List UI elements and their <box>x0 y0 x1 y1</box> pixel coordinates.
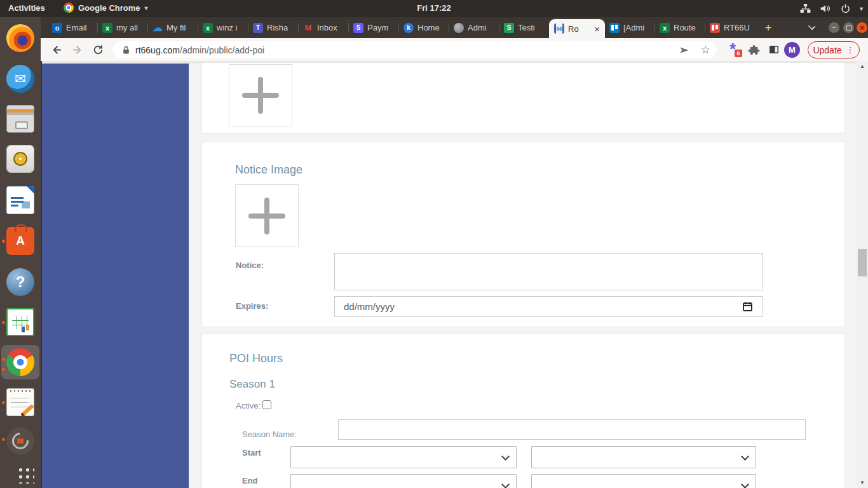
start-select-b[interactable] <box>531 446 756 468</box>
window-dot <box>2 368 5 371</box>
s-app-icon <box>353 23 363 33</box>
browser-toolbar: rt66ug.com/admin/public/add-poi ☆ *6 M U… <box>41 38 868 62</box>
gmail-icon <box>303 23 313 33</box>
notice-textarea[interactable] <box>334 253 763 290</box>
tab-label: Ro <box>568 24 579 34</box>
extensions-puzzle-icon[interactable] <box>746 42 761 57</box>
poi-image-upload-button[interactable] <box>229 64 292 126</box>
thunderbird-icon[interactable]: ✉ <box>6 65 34 93</box>
season-name-label: Season Name: <box>242 430 297 439</box>
google-chrome-icon[interactable] <box>6 348 34 376</box>
power-icon[interactable] <box>840 3 851 14</box>
tab-label: my all <box>116 23 138 32</box>
tab-testing[interactable]: Testi <box>499 17 549 38</box>
reload-button[interactable] <box>90 42 105 57</box>
admin-sidebar <box>42 64 189 488</box>
tab-route66-active[interactable]: Ro× <box>549 19 605 38</box>
bookmark-star-icon[interactable]: ☆ <box>701 44 710 55</box>
tab-route-sheet[interactable]: Route <box>655 17 705 38</box>
software-updater-icon[interactable] <box>6 427 34 455</box>
notice-label: Notice: <box>236 261 264 270</box>
help-icon[interactable]: ? <box>6 268 34 296</box>
expires-date-input[interactable] <box>334 296 763 317</box>
file-archiver-icon[interactable] <box>6 105 34 133</box>
notification-dot <box>2 438 5 441</box>
poi-hours-card: POI Hours Season 1 Active: Season Name: … <box>201 334 845 488</box>
notice-image-upload-button[interactable] <box>235 184 299 247</box>
page-scrollbar[interactable]: ▲ ▼ <box>857 61 868 488</box>
tab-label: Testi <box>518 23 535 32</box>
forward-button[interactable] <box>69 42 85 57</box>
tab-label: Paym <box>367 23 388 32</box>
tab-label: Admi <box>468 23 487 32</box>
tab-search-chevron-icon[interactable] <box>808 23 815 29</box>
ubuntu-software-icon[interactable]: A <box>6 227 34 255</box>
tab-my-files[interactable]: My fil <box>148 17 198 38</box>
teams-icon <box>253 23 263 33</box>
extension-icon[interactable]: *6 <box>726 42 740 56</box>
scrollbar-thumb[interactable] <box>858 249 867 276</box>
poi-image-card <box>201 62 845 133</box>
chevron-down-icon[interactable]: ▾ <box>860 5 863 12</box>
network-icon[interactable] <box>800 3 811 14</box>
tab-winz[interactable]: winz i <box>198 17 248 38</box>
browser-tabstrip: Email my all My fil winz i Risha Inbox P… <box>41 17 868 38</box>
text-editor-icon[interactable] <box>6 388 34 416</box>
back-button[interactable] <box>49 42 64 57</box>
tab-email[interactable]: Email <box>48 17 97 38</box>
url-path: /admin/public/add-poi <box>180 45 264 55</box>
rhythmbox-icon[interactable] <box>6 145 34 173</box>
tab-label: [Admi <box>623 23 644 32</box>
tab-admin-trello[interactable]: [Admi <box>605 17 654 38</box>
start-time-field <box>290 446 517 468</box>
profile-avatar[interactable]: M <box>784 42 800 58</box>
tab-payments[interactable]: Paym <box>349 17 398 38</box>
tab-risha[interactable]: Risha <box>248 17 298 38</box>
end-select-b[interactable] <box>531 474 756 488</box>
tab-rt66[interactable]: RT66U <box>705 17 755 38</box>
close-tab-icon[interactable]: × <box>594 24 600 34</box>
tab-label: Risha <box>267 23 288 32</box>
active-checkbox[interactable] <box>262 400 271 409</box>
libreoffice-impress-icon[interactable] <box>6 186 34 214</box>
notification-dot <box>2 401 5 404</box>
plus-icon <box>242 77 279 114</box>
s-app-icon <box>504 23 514 33</box>
calendar-icon[interactable] <box>742 301 753 312</box>
browser-menu-dots-icon[interactable]: ⋮ <box>846 45 855 55</box>
maximize-button[interactable] <box>843 22 854 33</box>
send-icon[interactable] <box>678 44 691 57</box>
address-bar[interactable]: rt66ug.com/admin/public/add-poi ☆ <box>113 41 717 58</box>
tab-my-all[interactable]: my all <box>98 17 147 38</box>
volume-icon[interactable] <box>820 3 831 14</box>
route66-shield-icon <box>554 24 564 34</box>
outlook-icon <box>52 23 62 33</box>
tab-label: My fil <box>166 23 186 32</box>
end-select-a[interactable] <box>290 474 517 488</box>
notification-dot <box>2 240 5 243</box>
tab-home[interactable]: Home <box>399 17 449 38</box>
end-time-field <box>290 474 517 488</box>
start-select-a[interactable] <box>290 446 517 468</box>
minimize-button[interactable]: − <box>829 22 839 33</box>
show-applications-icon[interactable] <box>17 466 34 484</box>
scroll-up-icon[interactable]: ▲ <box>857 64 868 69</box>
tab-admin[interactable]: Admi <box>449 17 499 38</box>
k-app-icon <box>403 23 414 33</box>
update-button[interactable]: Update ⋮ <box>808 41 860 58</box>
close-window-button[interactable]: × <box>857 22 867 33</box>
trello-icon <box>710 23 720 33</box>
start-period-field <box>531 446 756 468</box>
side-panel-icon[interactable] <box>766 42 782 57</box>
update-label: Update <box>813 45 841 55</box>
scroll-down-icon[interactable]: ▼ <box>857 480 868 485</box>
tab-label: RT66U <box>724 23 750 32</box>
firefox-icon[interactable] <box>6 24 34 52</box>
tab-label: winz i <box>217 23 238 32</box>
tab-inbox[interactable]: Inbox <box>299 17 348 38</box>
libreoffice-calc-icon[interactable] <box>6 308 34 336</box>
clock[interactable]: Fri 17:22 <box>0 3 868 13</box>
excel-icon <box>102 23 112 33</box>
season-name-input[interactable] <box>338 419 806 440</box>
new-tab-button[interactable]: + <box>760 20 776 36</box>
